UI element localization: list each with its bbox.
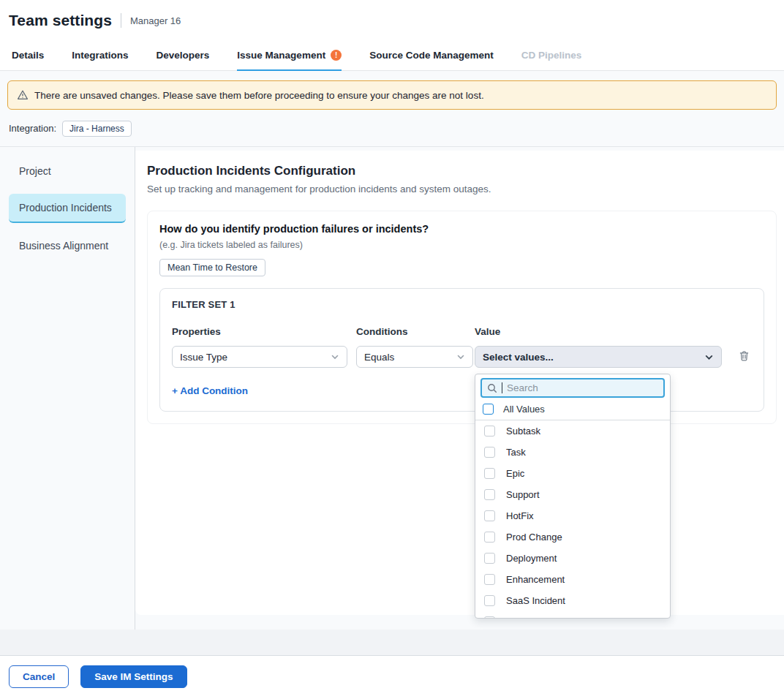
tab-source-code-management[interactable]: Source Code Management (369, 41, 494, 71)
option-label: HotFix (506, 510, 534, 521)
section-title: Production Incidents Configuration (147, 164, 777, 178)
filter-row: Issue Type Equals Select values... (172, 346, 752, 368)
all-values-checkbox[interactable] (483, 404, 494, 415)
option-checkbox[interactable] (484, 426, 495, 437)
value-column-label: Value (475, 326, 722, 337)
team-settings-page: Team settings Manager 16 DetailsIntegrat… (0, 0, 784, 698)
banner-text: There are unsaved changes. Please save t… (34, 90, 484, 101)
conditions-column-label: Conditions (356, 326, 473, 337)
trash-icon (738, 350, 750, 362)
tab-details[interactable]: Details (12, 41, 44, 71)
option-label: SaaS Incident (506, 595, 565, 606)
filter-set-title: FILTER SET 1 (172, 299, 752, 310)
all-values-label: All Values (503, 404, 545, 415)
sidebar-item-business-alignment[interactable]: Business Alignment (9, 232, 126, 260)
tab-label: Issue Management (237, 50, 325, 61)
option-checkbox[interactable] (484, 595, 495, 606)
option-label: Deployment (506, 553, 557, 564)
question-heading: How do you identify production failures … (159, 223, 764, 235)
filter-set-card: FILTER SET 1 Properties Conditions Value… (159, 288, 764, 412)
condition-select[interactable]: Equals (356, 346, 473, 368)
search-input[interactable] (507, 382, 658, 393)
option-label: Epic (506, 468, 524, 479)
delete-filter-button[interactable] (736, 348, 752, 366)
option-checkbox[interactable] (484, 510, 495, 521)
dropdown-search[interactable] (480, 378, 665, 398)
properties-column-label: Properties (172, 326, 347, 337)
value-select-placeholder: Select values... (483, 352, 554, 363)
property-select[interactable]: Issue Type (172, 346, 347, 368)
tab-label: CD Pipelines (521, 50, 582, 61)
option-saas-incident[interactable]: SaaS Incident (475, 590, 670, 611)
sidebar-item-project[interactable]: Project (9, 157, 126, 185)
integration-chip[interactable]: Jira - Harness (62, 121, 132, 137)
option-label: Prod Change (506, 532, 562, 543)
value-dropdown: All Values SubtaskTaskEpicSupportHotFixP… (475, 374, 671, 619)
value-select[interactable]: Select values... (475, 346, 722, 368)
chevron-down-icon (456, 352, 465, 361)
tab-label: Source Code Management (369, 50, 494, 61)
dropdown-options-list: SubtaskTaskEpicSupportHotFixProd ChangeD… (475, 420, 670, 619)
option-checkbox[interactable] (484, 489, 495, 500)
section-subtitle: Set up tracking and management for produ… (147, 184, 777, 194)
option-checkbox[interactable] (484, 468, 495, 479)
team-name: Manager 16 (130, 15, 181, 26)
tab-developers[interactable]: Developers (157, 41, 210, 71)
integration-row: Integration: Jira - Harness (9, 119, 784, 137)
option-label: Subtask (506, 426, 540, 437)
value-select-wrap: Select values... (475, 346, 722, 368)
filter-column-headers: Properties Conditions Value (172, 326, 752, 337)
chevron-down-icon (331, 352, 339, 361)
tab-label: Developers (157, 50, 210, 61)
option-label: Task (506, 447, 526, 458)
save-im-settings-button[interactable]: Save IM Settings (80, 665, 186, 688)
settings-body: ProjectProduction IncidentsBusiness Alig… (0, 147, 784, 630)
option-label: Support (506, 489, 540, 500)
title-divider (121, 13, 121, 28)
option-enhancement[interactable]: Enhancement (475, 569, 670, 590)
tab-label: Integrations (72, 50, 128, 61)
cancel-button[interactable]: Cancel (9, 665, 69, 688)
sidebar-item-production-incidents[interactable]: Production Incidents (9, 194, 126, 223)
tab-label: Details (12, 50, 44, 61)
condition-select-value: Equals (364, 352, 394, 363)
tab-cd-pipelines: CD Pipelines (521, 41, 582, 71)
search-icon (487, 383, 497, 393)
page-header: Team settings Manager 16 (0, 0, 784, 41)
question-hint: (e.g. Jira tickets labeled as failures) (159, 240, 764, 250)
option-checkbox[interactable] (484, 553, 495, 564)
settings-sidebar: ProjectProduction IncidentsBusiness Alig… (0, 147, 135, 630)
property-select-value: Issue Type (180, 352, 227, 363)
option-hotfix[interactable]: HotFix (475, 505, 670, 526)
option-prod-change[interactable]: Prod Change (475, 526, 670, 548)
incidents-config-card: How do you identify production failures … (147, 211, 777, 424)
text-cursor (502, 382, 502, 393)
option-checkbox[interactable] (484, 532, 495, 543)
select-all-option[interactable]: All Values (475, 398, 670, 420)
tab-bar: DetailsIntegrationsDevelopersIssue Manag… (0, 41, 784, 71)
metric-chip[interactable]: Mean Time to Restore (159, 259, 265, 276)
footer-actions: Cancel Save IM Settings (0, 656, 784, 698)
option-epic[interactable]: Epic (475, 463, 670, 484)
footer-separator-band (0, 630, 784, 656)
integration-label: Integration: (9, 123, 56, 134)
option-checkbox[interactable] (484, 574, 495, 585)
option-deployment[interactable]: Deployment (475, 548, 670, 569)
content-area: There are unsaved changes. Please save t… (0, 71, 784, 630)
tab-integrations[interactable]: Integrations (72, 41, 128, 71)
option-support[interactable]: Support (475, 484, 670, 505)
option-customer-notification[interactable]: Customer Notification (475, 611, 670, 619)
option-task[interactable]: Task (475, 442, 670, 463)
option-label: Enhancement (506, 574, 565, 585)
warning-icon (17, 89, 29, 101)
page-title: Team settings (9, 12, 112, 29)
tab-issue-management[interactable]: Issue Management! (237, 41, 342, 71)
option-subtask[interactable]: Subtask (475, 420, 670, 442)
option-checkbox[interactable] (484, 447, 495, 458)
option-checkbox[interactable] (484, 616, 495, 619)
alert-badge-icon: ! (331, 50, 342, 61)
main-panel: Production Incidents Configuration Set u… (135, 151, 784, 615)
option-label: Customer Notification (506, 616, 597, 619)
chevron-down-icon (704, 352, 714, 362)
unsaved-changes-banner: There are unsaved changes. Please save t… (7, 80, 777, 110)
